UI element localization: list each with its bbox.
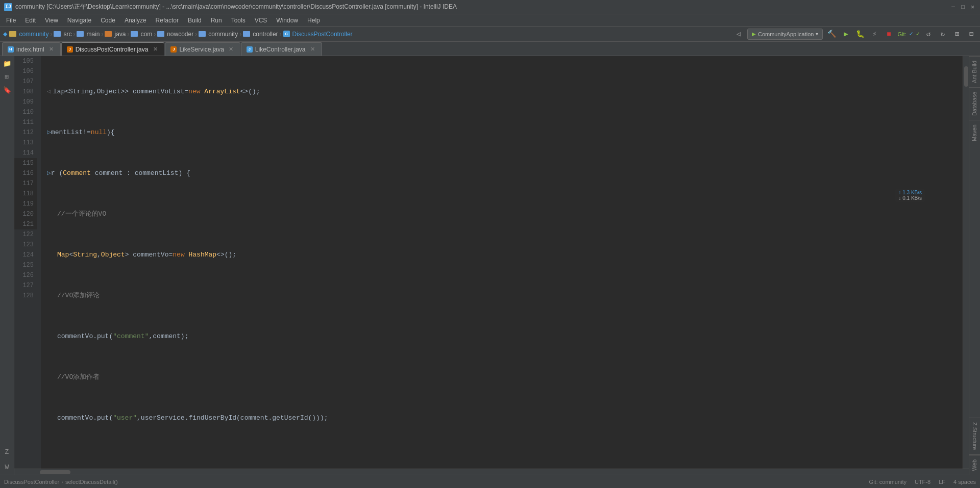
tab-like-service-label: LikeService.java (179, 46, 224, 53)
code-line-110: //VO添加评论 (45, 291, 963, 301)
git-check2-icon[interactable]: ✓ (916, 30, 920, 38)
line-113: 113 (14, 138, 37, 148)
line-120: 120 (14, 209, 37, 219)
stop-icon[interactable]: ■ (883, 29, 894, 40)
sidebar-structure-icon[interactable]: ⊞ (2, 71, 13, 83)
menu-refactor[interactable]: Refactor (152, 16, 183, 25)
minimize-button[interactable]: ─ (950, 4, 957, 10)
menu-run[interactable]: Run (207, 16, 226, 25)
title-bar: IJ community [C:\Users\正午\Desktop\Learn\… (0, 0, 980, 14)
line-105: 105 (14, 56, 37, 66)
horizontal-scrollbar[interactable] (14, 469, 969, 475)
window-controls[interactable]: ─ □ ✕ (950, 4, 976, 10)
search-icon[interactable]: ⊟ (966, 29, 977, 40)
menu-vcs[interactable]: VCS (251, 16, 272, 25)
close-button[interactable]: ✕ (969, 4, 976, 10)
maximize-button[interactable]: □ (960, 4, 966, 10)
tab-like-service-close[interactable]: ✕ (228, 46, 235, 53)
panel-web[interactable]: Web (969, 455, 980, 475)
crumb-java[interactable]: java (105, 31, 126, 38)
scroll-thumb[interactable] (964, 66, 968, 87)
run-config-dropdown-icon[interactable]: ▾ (816, 31, 818, 37)
menu-edit[interactable]: Edit (21, 16, 40, 25)
sidebar-project-icon[interactable]: 📁 (2, 58, 13, 69)
debug-icon[interactable]: 🐛 (854, 29, 866, 40)
crumb-community-label[interactable]: community (19, 31, 48, 38)
undo-icon[interactable]: ↺ (923, 29, 934, 40)
crumb-community[interactable]: community (9, 31, 48, 38)
code-line-112: //VO添加作者 (45, 372, 963, 382)
status-encoding[interactable]: UTF-8 (915, 479, 930, 485)
menu-code[interactable]: Code (96, 16, 119, 25)
status-indent[interactable]: 4 spaces (953, 479, 976, 485)
crumb-src[interactable]: src (54, 31, 71, 38)
crumb-community2[interactable]: community (199, 31, 238, 38)
panel-database[interactable]: Database (969, 87, 980, 120)
tab-index-html-close[interactable]: ✕ (48, 46, 55, 53)
line-numbers: 105 106 107 108 109 110 111 112 113 114 … (14, 56, 41, 469)
line-118: 118 (14, 189, 37, 199)
menu-build[interactable]: Build (184, 16, 206, 25)
vertical-scrollbar[interactable] (963, 56, 969, 469)
git-status: Git: (897, 31, 906, 37)
sidebar-bookmark-icon[interactable]: 🔖 (2, 85, 13, 96)
panel-maven[interactable]: Maven (969, 120, 980, 145)
git-check1-icon[interactable]: ✓ (910, 30, 913, 38)
menu-file[interactable]: File (2, 16, 20, 25)
status-line-sep[interactable]: LF (939, 479, 945, 485)
crumb-com[interactable]: com (131, 31, 152, 38)
panel-structure[interactable]: Z Structure (969, 418, 980, 454)
java-folder-icon (105, 31, 112, 37)
run-config-button[interactable]: ▶ CommunityApplication ▾ (747, 29, 823, 40)
tab-discuss-post-controller[interactable]: J DiscussPostController.java ✕ (61, 42, 165, 56)
tab-html-icon: H (8, 46, 14, 53)
crumb-main[interactable]: main (77, 31, 100, 38)
tabs-bar: H index.html ✕ J DiscussPostController.j… (0, 42, 980, 56)
menu-analyze[interactable]: Analyze (120, 16, 151, 25)
tab-discuss-post-controller-close[interactable]: ✕ (152, 46, 159, 53)
tab-like-service[interactable]: J LikeService.java ✕ (165, 42, 240, 56)
code-container: 105 106 107 108 109 110 111 112 113 114 … (14, 56, 969, 469)
status-class[interactable]: DiscussPostController (4, 479, 59, 485)
crumb-controller-class[interactable]: C DiscussPostController (283, 31, 353, 38)
com-folder-icon (131, 31, 138, 37)
editor-area[interactable]: 105 106 107 108 109 110 111 112 113 114 … (14, 56, 969, 475)
tab-java-icon: J (67, 46, 73, 53)
line-127: 127 (14, 280, 37, 291)
code-content[interactable]: ◁ lap<String,Object>> commentVoList=new … (41, 56, 963, 469)
bookmark-icon[interactable]: ⊞ (951, 29, 963, 40)
nav-project-icon[interactable]: ◆ (3, 30, 7, 38)
line-123: 123 (14, 240, 37, 250)
sidebar-structure-bottom-icon[interactable]: Z (2, 446, 13, 457)
menu-tools[interactable]: Tools (227, 16, 250, 25)
tab-like-controller[interactable]: J LikeController.java ✕ (241, 42, 322, 56)
fold-icon-105[interactable]: ◁ (47, 87, 51, 97)
tab-discuss-post-controller-label: DiscussPostController.java (76, 46, 149, 53)
panel-ant-build[interactable]: Ant Build (969, 56, 980, 87)
menu-navigate[interactable]: Navigate (63, 16, 95, 25)
left-sidebar: 📁 ⊞ 🔖 Z W (0, 56, 14, 475)
status-git[interactable]: Git: community (869, 479, 906, 485)
nav-right: ◁ ▶ CommunityApplication ▾ 🔨 ▶ 🐛 ⚡ ■ Git… (733, 29, 977, 40)
class-icon: C (283, 31, 290, 37)
tab-like-controller-close[interactable]: ✕ (309, 46, 316, 53)
crumb-nowcoder[interactable]: nowcoder (157, 31, 193, 38)
menu-view[interactable]: View (41, 16, 62, 25)
fold-107[interactable]: ▷ (47, 168, 51, 178)
tab-index-html[interactable]: H index.html ✕ (2, 42, 61, 56)
status-method[interactable]: selectDiscussDetail() (65, 479, 118, 485)
fold-106[interactable]: ▷ (47, 127, 51, 138)
menu-help[interactable]: Help (303, 16, 324, 25)
coverage-icon[interactable]: ⚡ (869, 29, 880, 40)
run-icon-btn[interactable]: ▶ (840, 29, 851, 40)
speed-indicator: ↑ 1.3 KB/s ↓ 0.1 KB/s (895, 189, 925, 202)
menu-window[interactable]: Window (272, 16, 302, 25)
nav-back-icon[interactable]: ◁ (733, 29, 744, 40)
redo-icon[interactable]: ↻ (937, 29, 948, 40)
sidebar-web-icon[interactable]: W (2, 461, 13, 473)
h-scroll-thumb[interactable] (40, 470, 70, 474)
crumb-controller[interactable]: controller (243, 31, 278, 38)
run-icon: ▶ (752, 31, 756, 37)
line-114: 114 (14, 148, 37, 158)
build-icon[interactable]: 🔨 (826, 29, 837, 40)
